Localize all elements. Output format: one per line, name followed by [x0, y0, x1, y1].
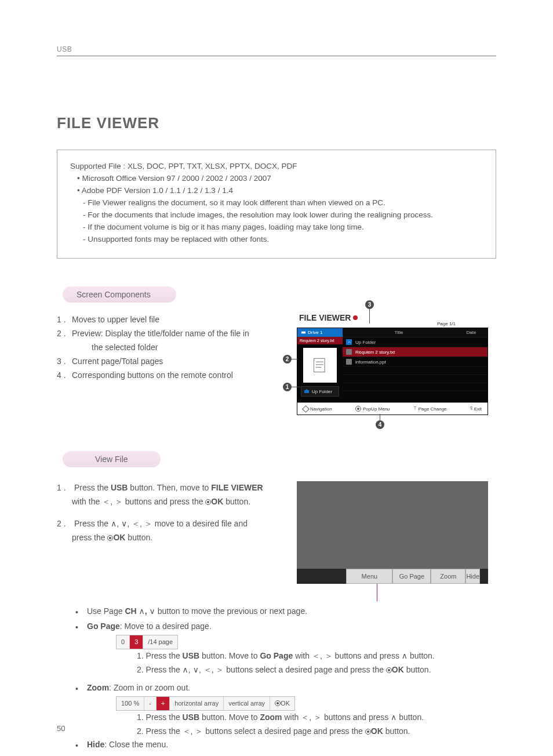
- up-icon: ∧: [139, 606, 145, 616]
- menu-button[interactable]: Menu: [346, 569, 392, 584]
- up-icon: ∧: [111, 519, 117, 528]
- folder-up-icon: [304, 388, 310, 394]
- section-heading: Screen Components: [63, 286, 176, 303]
- col-title: Title: [343, 328, 455, 337]
- zoom-varray-button[interactable]: vertical array: [224, 697, 270, 710]
- left-icon: ＜: [312, 651, 320, 660]
- drive-icon: [301, 330, 306, 335]
- right-icon: ＞: [144, 519, 152, 528]
- table-row[interactable]: Up Folder: [343, 337, 487, 347]
- nav-icon: [302, 405, 310, 413]
- document-icon: [312, 357, 328, 373]
- section-heading: View File: [63, 451, 161, 467]
- exit-icon: ꕉ: [470, 406, 472, 412]
- table-row[interactable]: Requiem 2 story.txt: [343, 347, 487, 357]
- callout-line: [377, 584, 377, 601]
- drive-item[interactable]: Drive 1: [297, 328, 343, 337]
- preview-pane: [303, 348, 337, 383]
- ok-icon: [355, 406, 361, 412]
- selected-file-label: Requiem 2 story.txt: [297, 337, 343, 344]
- down-icon: ∨: [150, 606, 155, 616]
- zoom-plus-button[interactable]: +: [157, 697, 170, 710]
- table-row: [343, 367, 487, 375]
- file-icon: [346, 349, 352, 355]
- callout-4: 4: [376, 420, 384, 429]
- screenshot-document-viewer: Menu Go Page Zoom Hide: [297, 481, 488, 584]
- svg-rect-1: [314, 359, 325, 372]
- left-icon: ＜: [132, 519, 140, 528]
- right-icon: ＞: [325, 651, 333, 660]
- ok-icon: [107, 535, 113, 541]
- component-list: 1 .Moves to upper level file 2 .Preview:…: [57, 313, 283, 382]
- gopage-widget: 0 3 /14 page: [116, 635, 178, 649]
- header-rule: [57, 56, 496, 56]
- info-dash: - Unsupported fonts may be replaced with…: [70, 234, 483, 246]
- supported-files: Supported File : XLS, DOC, PPT, TXT, XLS…: [70, 161, 483, 173]
- ok-icon: [365, 729, 371, 735]
- viewer-toolbar: Menu Go Page Zoom Hide: [297, 569, 488, 584]
- fv-footer: Navigation PopUp Menu ꔋPage Change ꕉExit: [297, 402, 487, 415]
- page-change-icon: ꔋ: [413, 406, 417, 412]
- screenshot-file-viewer: 3 FILE VIEWER Page 1/1 Drive 1 Requiem 2…: [297, 313, 488, 415]
- instructions-list: •Use Page CH ∧, ∨ button to move the pre…: [57, 605, 496, 756]
- table-row: [343, 383, 487, 391]
- ok-icon: [205, 499, 211, 505]
- up-folder-button[interactable]: Up Folder: [301, 386, 339, 397]
- hide-button[interactable]: Hide: [465, 569, 480, 584]
- fv-title: FILE VIEWER: [299, 313, 351, 322]
- red-dot-icon: [353, 315, 358, 320]
- table-row[interactable]: information.ppt: [343, 357, 487, 367]
- down-icon: ∨: [121, 519, 127, 528]
- right-icon: ＞: [115, 497, 123, 506]
- left-icon: ＜: [203, 665, 212, 674]
- gopage-button[interactable]: Go Page: [392, 569, 431, 584]
- section-screen-components: Screen Components 1 .Moves to upper leve…: [57, 286, 496, 415]
- left-icon: ＜: [102, 497, 110, 506]
- callout-3: 3: [365, 300, 374, 309]
- header-section-label: USB: [57, 45, 496, 53]
- info-bullet: Microsoft Office Version 97 / 2000 / 200…: [77, 173, 483, 185]
- svg-rect-5: [304, 390, 309, 393]
- view-file-steps: 1 . Press the USB button. Then, move to …: [57, 481, 283, 544]
- svg-rect-0: [301, 332, 305, 334]
- ok-icon: [386, 667, 392, 673]
- zoom-widget: 100 % - + horizontal array vertical arra…: [116, 696, 295, 711]
- right-icon: ＞: [195, 726, 203, 736]
- up-icon: ∧: [183, 665, 188, 674]
- down-icon: ∨: [193, 665, 199, 674]
- left-icon: ＜: [183, 726, 191, 736]
- page-number: 50: [57, 724, 65, 733]
- file-icon: [346, 359, 352, 365]
- zoom-minus-button[interactable]: -: [144, 697, 157, 710]
- section-view-file: View File 1 . Press the USB button. Then…: [57, 451, 496, 584]
- ok-icon: [275, 700, 281, 706]
- up-icon: ∧: [391, 713, 396, 722]
- col-date: Date: [455, 328, 487, 337]
- callout-2: 2: [283, 355, 292, 364]
- right-icon: ＞: [216, 665, 224, 674]
- right-icon: ＞: [314, 713, 322, 722]
- table-row: [343, 375, 487, 383]
- info-dash: - File Viewer realigns the document, so …: [70, 197, 483, 209]
- up-icon: ∧: [402, 651, 408, 660]
- zoom-harray-button[interactable]: horizontal array: [170, 697, 224, 710]
- info-box: Supported File : XLS, DOC, PPT, TXT, XLS…: [57, 150, 496, 259]
- callout-1: 1: [283, 383, 292, 391]
- folder-up-icon: [346, 339, 352, 345]
- left-icon: ＜: [301, 713, 309, 722]
- page-title: FILE VIEWER: [57, 114, 496, 132]
- info-dash: - If the document volume is big or it ha…: [70, 221, 483, 234]
- zoom-button[interactable]: Zoom: [431, 569, 465, 584]
- info-bullet: Adobe PDF Version 1.0 / 1.1 / 1.2 / 1.3 …: [77, 185, 483, 197]
- info-dash: - For the documents that include images,…: [70, 209, 483, 221]
